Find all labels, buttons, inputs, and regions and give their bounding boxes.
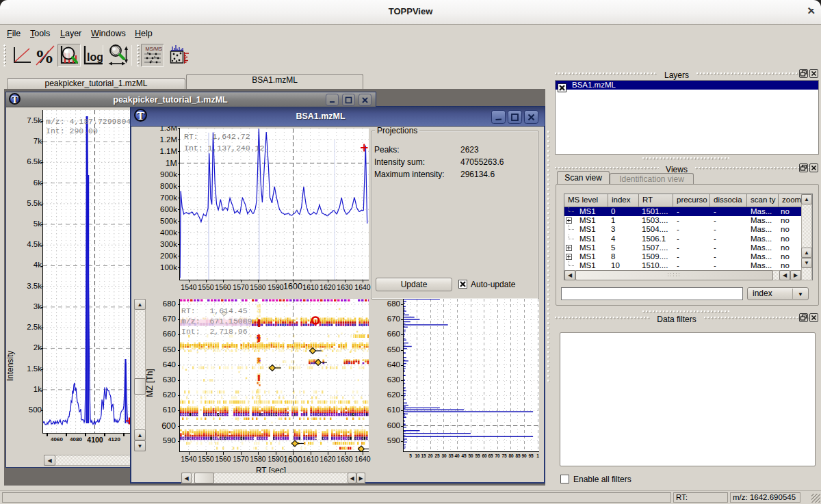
svg-text:log: log xyxy=(87,51,103,63)
svg-text:MS/MS: MS/MS xyxy=(146,46,163,52)
